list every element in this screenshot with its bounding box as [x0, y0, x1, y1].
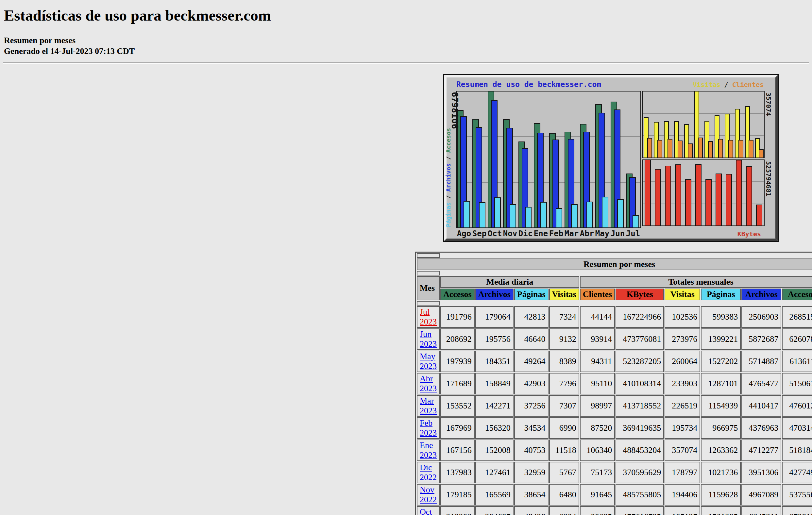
- month-link-feb-2023[interactable]: Feb 2023: [420, 418, 437, 437]
- page-title: Estadísticas de uso para beckmesser.com: [4, 6, 809, 24]
- table-row: Oct 202221929320468748428629499695477616…: [417, 506, 812, 515]
- stat-cell: 127461: [475, 462, 514, 483]
- stat-cell: 167969: [440, 417, 475, 439]
- top-divider: [3, 62, 809, 63]
- stat-cell: 473776081: [615, 328, 664, 350]
- month-link-may-2023[interactable]: May 2023: [420, 352, 437, 371]
- stat-cell: 165569: [475, 484, 514, 506]
- stat-cell: 167224966: [615, 306, 664, 328]
- svg-text:525794681: 525794681: [764, 161, 773, 196]
- stat-cell: 40753: [514, 440, 549, 461]
- column-header-visitas: Visitas: [665, 289, 700, 300]
- stat-cell: 195734: [665, 417, 700, 439]
- stat-cell: 485755805: [615, 484, 664, 506]
- month-link-dic-2022[interactable]: Dic 2022: [420, 463, 437, 482]
- summary-heading: Resumen por meses: [4, 35, 809, 46]
- table-row: Mar 202315355214227137256730798997413718…: [417, 395, 812, 417]
- month-link-jul-2023[interactable]: Jul 2023: [420, 307, 437, 327]
- month-cell: Jun 2023: [417, 328, 440, 350]
- page-subheading: Resumen por meses Generado el 14-Jul-202…: [4, 35, 809, 57]
- stat-cell: 9132: [549, 328, 579, 350]
- column-header-visitas: Visitas: [549, 289, 579, 300]
- stat-cell: 413718552: [615, 395, 664, 417]
- stat-cell: 95110: [580, 373, 615, 394]
- stat-cell: 4277492: [782, 462, 812, 483]
- stat-cell: 158849: [475, 373, 514, 394]
- svg-text:Sep: Sep: [472, 229, 486, 238]
- svg-text:Jun: Jun: [611, 229, 625, 238]
- stat-cell: 48428: [514, 506, 549, 515]
- month-cell: Abr 2023: [417, 373, 440, 394]
- stat-cell: 142271: [475, 395, 514, 417]
- svg-text:357074: 357074: [764, 92, 773, 116]
- table-row: May 202319793918435149264838994311523287…: [417, 351, 812, 372]
- stat-cell: 226519: [665, 395, 700, 417]
- stat-cell: 8389: [549, 351, 579, 372]
- stat-cell: 208692: [440, 328, 475, 350]
- svg-text:Páginas / Archivos / Accesos: Páginas / Archivos / Accesos: [445, 128, 452, 227]
- stat-cell: 98997: [580, 395, 615, 417]
- stat-cell: 1263362: [701, 440, 741, 461]
- stat-cell: 99695: [580, 506, 615, 515]
- table-caption: Resumen por meses: [417, 259, 812, 270]
- svg-text:Jul: Jul: [626, 229, 640, 238]
- month-link-abr-2023[interactable]: Abr 2023: [420, 374, 437, 393]
- table-row: Jun 202320869219575646640913293914473776…: [417, 328, 812, 350]
- column-header-clientes: Clientes: [580, 289, 615, 300]
- column-header-archivos: Archivos: [742, 289, 781, 300]
- svg-text:Ene: Ene: [534, 229, 548, 238]
- stat-cell: 410108314: [615, 373, 664, 394]
- stat-cell: 357074: [665, 440, 700, 461]
- stat-cell: 44144: [580, 306, 615, 328]
- stat-cell: 4703147: [782, 417, 812, 439]
- usage-summary-chart: Resumen de uso de beckmesser.comVisitas …: [443, 74, 779, 242]
- stat-cell: 184351: [475, 351, 514, 372]
- stat-cell: 1159628: [701, 484, 741, 506]
- table-row: Abr 202317168915884942903779695110410108…: [417, 373, 812, 394]
- stat-cell: 137983: [440, 462, 475, 483]
- stat-cell: 152008: [475, 440, 514, 461]
- column-header-archivos: Archivos: [475, 289, 514, 300]
- stat-cell: 195756: [475, 328, 514, 350]
- stat-cell: 7307: [549, 395, 579, 417]
- month-link-nov-2022[interactable]: Nov 2022: [420, 485, 437, 504]
- svg-text:Resumen de uso de beckmesser.c: Resumen de uso de beckmesser.com: [456, 80, 601, 89]
- month-link-ene-2023[interactable]: Ene 2023: [420, 441, 437, 460]
- month-cell: Mar 2023: [417, 395, 440, 417]
- stat-cell: 6990: [549, 417, 579, 439]
- stat-cell: 91645: [580, 484, 615, 506]
- stat-cell: 153552: [440, 395, 475, 417]
- stat-cell: 179064: [475, 306, 514, 328]
- stat-cell: 11518: [549, 440, 579, 461]
- stat-cell: 369419635: [615, 417, 664, 439]
- stat-cell: 1399221: [701, 328, 741, 350]
- stat-cell: 273976: [665, 328, 700, 350]
- stat-cell: 6345311: [742, 506, 781, 515]
- stat-cell: 6136115: [782, 351, 812, 372]
- stat-cell: 167156: [440, 440, 475, 461]
- stat-cell: 49264: [514, 351, 549, 372]
- column-group-daily: Media diaria: [440, 276, 579, 288]
- generated-timestamp: Generado el 14-Jul-2023 07:13 CDT: [4, 46, 809, 57]
- stat-cell: 38654: [514, 484, 549, 506]
- stat-cell: 233903: [665, 373, 700, 394]
- stat-cell: 966975: [701, 417, 741, 439]
- column-header-accesos: Accesos: [440, 289, 475, 300]
- stat-cell: 523287205: [615, 351, 664, 372]
- stat-cell: 42903: [514, 373, 549, 394]
- column-header-páginas: Páginas: [514, 289, 549, 300]
- stat-cell: 5375565: [782, 484, 812, 506]
- month-link-oct-2022[interactable]: Oct 2022: [420, 507, 437, 515]
- usage-summary-graph: Resumen de uso de beckmesser.comVisitas …: [443, 74, 779, 242]
- stat-cell: 4712277: [742, 440, 781, 461]
- month-cell: May 2023: [417, 351, 440, 372]
- month-link-mar-2023[interactable]: Mar 2023: [420, 396, 437, 415]
- table-row: Nov 202217918516556938654648091645485755…: [417, 484, 812, 506]
- stat-cell: 5714887: [742, 351, 781, 372]
- month-cell: Feb 2023: [417, 417, 440, 439]
- svg-text:Oct: Oct: [488, 229, 502, 238]
- table-row: Jul 202319179617906442813732444144167224…: [417, 306, 812, 328]
- stat-cell: 7796: [549, 373, 579, 394]
- month-link-jun-2023[interactable]: Jun 2023: [420, 329, 437, 349]
- monthly-summary-section: Resumen por mesesMesMedia diariaTotales …: [415, 252, 809, 515]
